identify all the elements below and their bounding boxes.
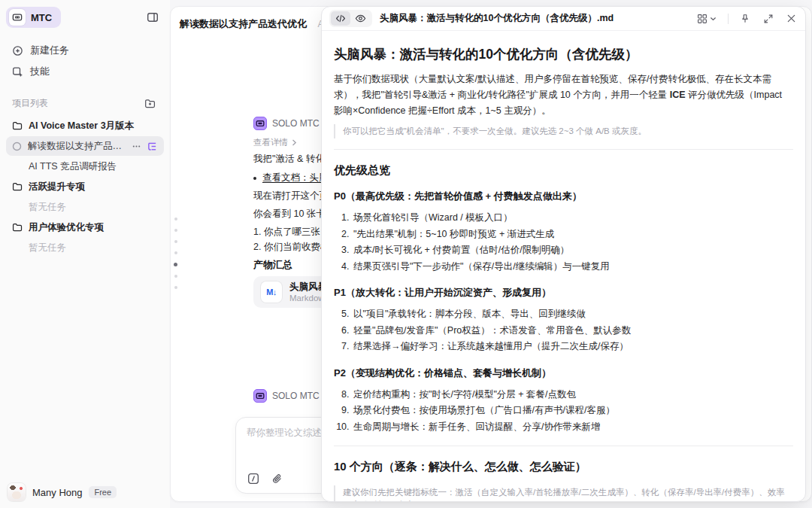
list-item: 结果选择→偏好学习：让系统越来越懂用户（提升二次生成/保存）: [352, 339, 793, 355]
task-label: AI TTS 竞品调研报告: [29, 160, 158, 173]
doc-h3-p0: P0（最高优先级：先把首轮价值感 + 付费触发点做出来）: [334, 189, 793, 203]
more-options-icon[interactable]: [131, 141, 142, 152]
bullet-icon: [253, 177, 256, 180]
document-panel: 头脑风暴：激活与转化的10个优化方向（含优先级）.md 头脑风暴：激活与转化的1…: [321, 6, 806, 502]
chat-title: 解读数据以支持产品迭代优化: [180, 18, 307, 29]
doc-list-p0: 场景化首轮引导（Wizard / 模板入口） "先出结果"机制：5~10 秒即时…: [334, 210, 793, 275]
avatar: [8, 483, 26, 501]
chevron-right-icon: [292, 139, 297, 146]
sidebar-item-task-selected[interactable]: 解读数据以支持产品迭代优化: [6, 136, 164, 156]
sidebar-header: MTC: [0, 0, 170, 28]
layout-options-icon[interactable]: [695, 12, 718, 26]
skills-icon: [12, 66, 23, 78]
code-view-icon[interactable]: [331, 11, 350, 26]
doc-intro: 基于你们数据现状（大量默认文案/默认描述、用户多停留在首轮预览、保存/付费转化极…: [334, 71, 793, 119]
agent-message-header: SOLO MTC: [253, 389, 320, 403]
project-label: 用户体验优化专项: [29, 221, 158, 234]
list-item: 定价结构重构：按"时长/字符/模型"分层 + 套餐/点数包: [352, 387, 793, 403]
divider: [334, 149, 793, 150]
new-task-button[interactable]: 新建任务: [6, 40, 164, 61]
timeline-dot[interactable]: [174, 251, 177, 254]
timeline-dot[interactable]: [174, 229, 177, 232]
attachment-icon[interactable]: [271, 473, 283, 485]
toolbar-divider: [728, 14, 729, 24]
doc-h3-p1: P1（放大转化：让用户开始沉淀资产、形成复用）: [334, 285, 793, 300]
list-item: 场景化首轮引导（Wizard / 模板入口）: [352, 210, 793, 227]
task-status-icon: [12, 141, 22, 151]
agent-message-header: SOLO MTC: [253, 117, 320, 130]
folder-icon: [12, 222, 23, 233]
project-list-label: 项目列表: [12, 97, 48, 110]
agent-name: SOLO MTC: [272, 118, 320, 129]
expand-icon[interactable]: [762, 12, 775, 26]
project-list-section: 项目列表: [12, 96, 158, 111]
list-item: 以"项目"承载转化：脚本分段、版本、导出、回到继续做: [352, 306, 793, 323]
doc-blockquote: 你可以把它当成"机会清单"，不要求一次全做。建议先选 2~3 个做 A/B 或灰…: [334, 124, 793, 138]
app-name: MTC: [31, 12, 52, 23]
timeline-dot[interactable]: [174, 275, 177, 278]
task-label: 解读数据以支持产品迭代优化: [28, 140, 125, 153]
new-task-icon: [12, 45, 23, 56]
timeline-dots: [174, 217, 177, 297]
timeline-dot[interactable]: [174, 240, 177, 243]
sidebar-item-project-huoyue[interactable]: 活跃提升专项: [6, 177, 164, 196]
agent-name: SOLO MTC: [272, 391, 320, 401]
plan-badge: Free: [89, 486, 117, 498]
new-project-folder-icon[interactable]: [142, 96, 158, 111]
task-tree-icon[interactable]: [147, 141, 158, 152]
timeline-dot-active[interactable]: [174, 263, 177, 266]
timeline-dot[interactable]: [174, 286, 177, 289]
slash-command-icon[interactable]: [247, 472, 260, 485]
preview-eye-icon[interactable]: [350, 11, 371, 26]
list-item: 轻量"品牌包/发音库"（Pro权益）：术语发音、常用音色、默认参数: [352, 323, 793, 339]
sidebar-nav: 新建任务 技能: [0, 40, 170, 82]
folder-icon: [12, 181, 23, 192]
list-item: 生命周期与增长：新手任务、回访提醒、分享/协作带来新增: [352, 419, 793, 436]
document-filename: 头脑风暴：激活与转化的10个优化方向（含优先级）.md: [380, 12, 695, 25]
doc-list-p1: 以"项目"承载转化：脚本分段、版本、导出、回到继续做 轻量"品牌包/发音库"（P…: [334, 306, 793, 355]
markdown-file-icon: M↓: [261, 281, 282, 303]
doc-title-h1: 头脑风暴：激活与转化的10个优化方向（含优先级）: [334, 44, 793, 64]
sidebar-item-task-ai-tts[interactable]: AI TTS 竞品调研报告: [6, 157, 164, 176]
new-task-label: 新建任务: [30, 44, 69, 57]
app-logo[interactable]: MTC: [6, 7, 61, 28]
solo-mtc-avatar-icon: [253, 389, 267, 403]
user-profile[interactable]: Many Hong Free: [8, 483, 117, 501]
empty-task-note: 暂无任务: [6, 238, 164, 257]
solo-mtc-avatar-icon: [253, 117, 267, 130]
empty-task-note: 暂无任务: [6, 197, 164, 217]
view-mode-toggle: [329, 10, 372, 27]
document-header: 头脑风暴：激活与转化的10个优化方向（含优先级）.md: [322, 7, 805, 31]
artifacts-heading: 产物汇总: [253, 258, 292, 272]
view-details-label: 查看详情: [253, 137, 288, 148]
list-item: 场景化付费包：按使用场景打包（广告口播/有声书/课程/客服）: [352, 403, 793, 419]
view-details-link[interactable]: 查看详情: [253, 137, 297, 148]
document-content: 头脑风暴：激活与转化的10个优化方向（含优先级） 基于你们数据现状（大量默认文案…: [322, 31, 805, 501]
list-item: 结果页强引导"下一步动作"（保存/导出/继续编辑）与一键复用: [352, 259, 793, 275]
composer-toolbar: [247, 472, 283, 485]
doc-list-p2: 定价结构重构：按"时长/字符/模型"分层 + 套餐/点数包 场景化付费包：按使用…: [334, 387, 793, 436]
sidebar-item-project-ux[interactable]: 用户体验优化专项: [6, 217, 164, 237]
skills-label: 技能: [30, 65, 50, 78]
skills-button[interactable]: 技能: [6, 61, 164, 82]
sidebar-collapse-icon[interactable]: [144, 9, 161, 26]
doc-h2-overview: 优先级总览: [334, 162, 793, 178]
mtc-logo-icon: [9, 9, 26, 26]
project-label: 活跃提升专项: [29, 181, 158, 193]
doc-h2-directions: 10 个方向（逐条：解决什么、怎么做、怎么验证）: [334, 458, 793, 475]
list-item: "先出结果"机制：5~10 秒即时预览 + 渐进式生成: [352, 227, 793, 243]
list-item: 成本/时长可视化 + 付费前置（估时/估价/限制明确）: [352, 242, 793, 259]
document-toolbar: [695, 12, 798, 26]
timeline-dot[interactable]: [174, 217, 177, 221]
user-name: Many Hong: [32, 487, 82, 498]
project-label: AI Voice Master 3月版本: [29, 120, 158, 132]
divider: [334, 446, 793, 446]
doc-blockquote: 建议你们先把关键指标统一：激活（自定义输入率/首轮播放率/二次生成率）、转化（保…: [334, 485, 793, 501]
sidebar-item-project-ai-voice-master[interactable]: AI Voice Master 3月版本: [6, 116, 164, 135]
close-icon[interactable]: [785, 12, 798, 25]
folder-icon: [12, 120, 23, 131]
project-list: AI Voice Master 3月版本 解读数据以支持产品迭代优化 AI TT…: [0, 116, 170, 257]
sidebar: MTC 新建任务 技能 项目列表 AI Voic: [0, 0, 170, 508]
pin-icon[interactable]: [738, 12, 752, 26]
chevron-down-icon: [710, 16, 717, 22]
